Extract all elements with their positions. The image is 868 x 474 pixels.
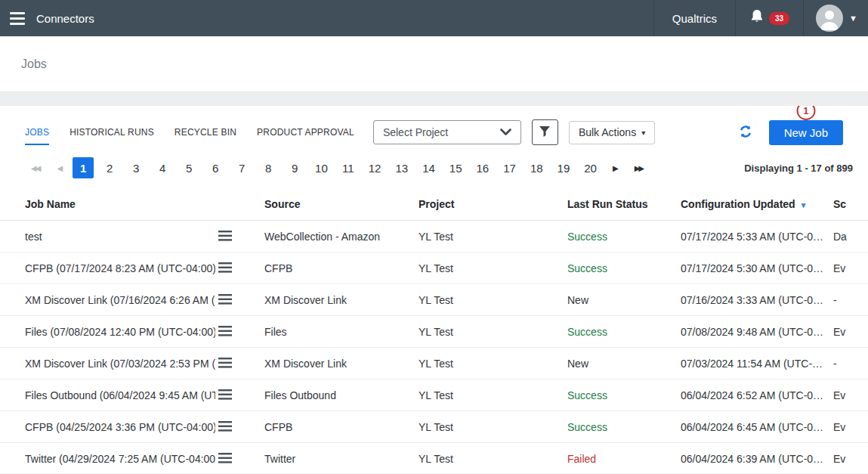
job-name-cell[interactable]: Files Outbound (06/04/2024 9:45 AM (UT… [0,380,215,411]
job-name-cell[interactable]: Twitter (04/29/2024 7:25 AM (UTC-04:00)) [0,443,215,474]
prev-page-button[interactable]: ◀ [51,160,67,177]
page-button-14[interactable]: 14 [418,157,440,178]
table-row[interactable]: CFPB (07/17/2024 8:23 AM (UTC-04:00)) CF… [0,252,868,284]
page-button-8[interactable]: 8 [258,157,279,178]
page-button-20[interactable]: 20 [579,157,601,178]
source-cell: CFPB [264,252,419,284]
col-last-run-status: Last Run Status [567,187,681,221]
config-updated-cell: 07/17/2024 5:30 AM (UTC-0… [681,252,833,284]
col-source: Source [264,187,419,221]
status-cell: Success [567,316,681,348]
col-job-name: Job Name [0,187,215,221]
pagination: ◀◀ ◀ 1234567891011121314151617181920 ▶ ▶… [25,157,649,178]
job-name-cell[interactable]: XM Discover Link (07/03/2024 2:53 PM (U… [0,348,215,380]
page-button-9[interactable]: 9 [284,157,305,178]
page-button-13[interactable]: 13 [391,157,412,178]
row-menu-icon[interactable] [215,293,235,306]
table-row[interactable]: Files Outbound (06/04/2024 9:45 AM (UT… … [0,380,868,411]
row-menu-icon[interactable] [215,420,235,433]
page-button-16[interactable]: 16 [472,157,494,178]
page-button-2[interactable]: 2 [99,157,120,178]
row-menu-icon[interactable] [215,388,235,401]
next-page-button[interactable]: ▶ [607,160,623,177]
new-job-wrap: 1 New Job [769,120,843,145]
page-button-4[interactable]: 4 [152,157,173,178]
page-button-18[interactable]: 18 [526,157,548,178]
first-page-button[interactable]: ◀◀ [25,160,45,177]
project-cell: YL Test [419,252,567,284]
table-row[interactable]: CFPB (04/25/2024 3:36 PM (UTC-04:00)) CF… [0,411,868,443]
tab-bar: JOBS HISTORICAL RUNS RECYCLE BIN PRODUCT… [25,120,354,145]
config-updated-cell: 06/04/2024 6:39 AM (UTC-0… [681,443,833,474]
page-button-3[interactable]: 3 [125,157,147,178]
status-cell: Success [567,252,681,284]
job-name-cell[interactable]: CFPB (07/17/2024 8:23 AM (UTC-04:00)) [0,252,215,284]
table-row[interactable]: XM Discover Link (07/16/2024 6:26 AM (U…… [0,284,868,316]
schedule-cell: - [833,284,868,316]
row-menu-icon[interactable] [215,356,235,370]
page-button-11[interactable]: 11 [338,157,359,178]
page-title: Jobs [21,57,47,71]
page-button-7[interactable]: 7 [231,157,252,178]
row-menu-icon[interactable] [215,229,235,243]
table-row[interactable]: XM Discover Link (07/03/2024 2:53 PM (U…… [0,348,868,380]
table-row[interactable]: Twitter (04/29/2024 7:25 AM (UTC-04:00))… [0,443,868,474]
status-cell: New [567,348,681,380]
job-name-cell[interactable]: test [0,221,215,252]
jobs-table: Job Name Source Project Last Run Status … [0,187,868,473]
connectors-app: Connectors Qualtrics 33 ▼ Jobs [0,0,868,473]
chevron-down-icon [500,126,511,138]
bulk-actions-label: Bulk Actions [579,126,636,138]
sort-desc-icon: ▾ [802,200,806,209]
row-menu-icon[interactable] [215,324,235,338]
caret-down-icon: ▾ [641,129,645,137]
notifications-button[interactable]: 33 [735,0,803,36]
new-job-button[interactable]: New Job [769,120,843,145]
bulk-actions-button[interactable]: Bulk Actions ▾ [569,121,655,144]
toolbar-row: JOBS HISTORICAL RUNS RECYCLE BIN PRODUCT… [0,106,868,150]
tab-historical-runs[interactable]: HISTORICAL RUNS [70,120,154,145]
tab-recycle-bin[interactable]: RECYCLE BIN [175,120,236,145]
page-button-5[interactable]: 5 [178,157,199,178]
page-button-12[interactable]: 12 [364,157,386,178]
source-cell: WebCollection - Amazon [264,221,419,252]
job-name-cell[interactable]: CFPB (04/25/2024 3:36 PM (UTC-04:00)) [0,411,215,443]
config-updated-cell: 06/04/2024 6:52 AM (UTC-0… [681,380,833,411]
last-page-button[interactable]: ▶▶ [629,160,649,177]
user-menu-button[interactable]: ▼ [803,0,868,36]
row-menu-icon[interactable] [215,451,235,465]
page-button-17[interactable]: 17 [499,157,520,178]
row-actions-cell [215,411,264,443]
tab-product-approval[interactable]: PRODUCT APPROVAL [257,120,354,145]
schedule-cell: Ev [833,443,868,474]
page-button-15[interactable]: 15 [445,157,467,178]
annotation-step-badge: 1 [796,106,815,120]
row-menu-icon[interactable] [215,261,235,274]
status-cell: New [567,284,681,316]
refresh-button[interactable] [739,125,752,141]
tab-jobs[interactable]: JOBS [25,120,49,145]
navbar-right: Qualtrics 33 ▼ [653,0,868,36]
navbar-left: Connectors [0,0,94,36]
funnel-icon [538,125,551,141]
project-select[interactable]: Select Project [373,120,521,144]
project-cell: YL Test [419,411,567,443]
page-button-1[interactable]: 1 [73,157,94,178]
filter-button[interactable] [532,119,558,145]
job-name-cell[interactable]: XM Discover Link (07/16/2024 6:26 AM (U… [0,284,215,316]
page-button-6[interactable]: 6 [205,157,226,178]
status-cell: Success [567,221,681,252]
brand-label: Qualtrics [672,12,717,25]
app-title: Connectors [36,12,94,25]
hamburger-menu-icon[interactable] [0,0,35,36]
user-caret-down-icon: ▼ [849,14,857,23]
col-configuration-updated[interactable]: Configuration Updated▾ [681,187,833,221]
table-row[interactable]: Files (07/08/2024 12:40 PM (UTC-04:00)) … [0,316,868,348]
page-button-10[interactable]: 10 [310,157,332,178]
brand-cell[interactable]: Qualtrics [653,0,735,36]
page-button-19[interactable]: 19 [553,157,575,178]
project-cell: YL Test [419,284,567,316]
table-row[interactable]: test WebCollection - Amazon YL Test Succ… [0,221,868,252]
row-actions-cell [215,252,264,284]
job-name-cell[interactable]: Files (07/08/2024 12:40 PM (UTC-04:00)) [0,316,215,348]
